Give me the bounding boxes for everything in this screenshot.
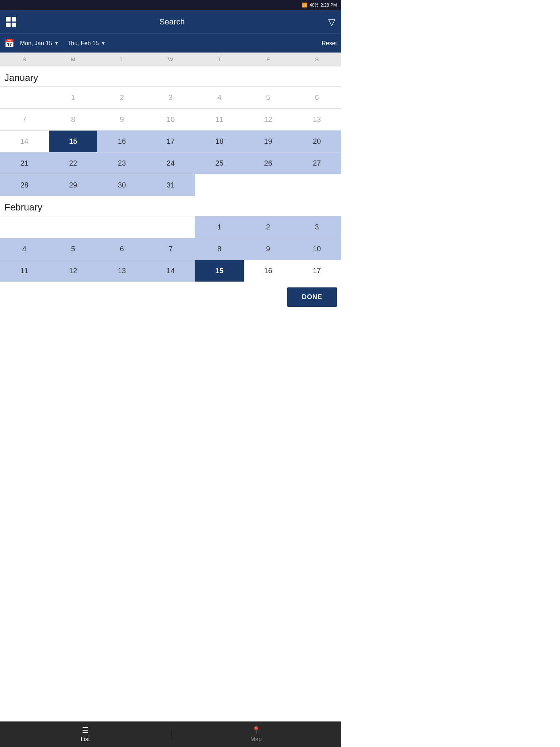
cal-cell[interactable]: 8: [49, 108, 98, 130]
wifi-icon: 📶: [302, 3, 307, 8]
done-row: DONE: [0, 282, 341, 313]
cal-cell[interactable]: [0, 86, 49, 108]
cal-cell[interactable]: 3: [292, 216, 341, 238]
cal-cell[interactable]: 1: [49, 86, 98, 108]
end-date-selector[interactable]: Thu, Feb 15 ▼: [67, 40, 105, 47]
cal-cell[interactable]: 25: [195, 152, 244, 174]
reset-button[interactable]: Reset: [322, 40, 337, 47]
cal-cell-selected-start[interactable]: 15: [49, 130, 98, 152]
end-date-label: Thu, Feb 15: [67, 40, 99, 47]
cal-cell[interactable]: 2: [97, 86, 146, 108]
day-header-mon: M: [49, 53, 98, 66]
cal-cell[interactable]: 17: [292, 260, 341, 282]
cal-cell: [49, 216, 98, 238]
february-grid: 1 2 3 4 5 6 7 8 9 10 11 12 13 14 15 16 1…: [0, 216, 341, 282]
cal-cell[interactable]: 5: [244, 86, 293, 108]
cal-cell[interactable]: 21: [0, 152, 49, 174]
start-date-label: Mon, Jan 15: [20, 40, 52, 47]
day-header-sat: S: [292, 53, 341, 66]
date-bar: 📅 Mon, Jan 15 ▼ Thu, Feb 15 ▼ Reset: [0, 34, 341, 53]
cal-cell[interactable]: 11: [0, 260, 49, 282]
cal-cell[interactable]: 6: [292, 86, 341, 108]
cal-cell[interactable]: 31: [146, 174, 195, 196]
cal-cell: [146, 216, 195, 238]
cal-cell: [244, 174, 293, 196]
cal-cell[interactable]: 12: [49, 260, 98, 282]
cal-cell[interactable]: 23: [97, 152, 146, 174]
cal-cell[interactable]: 19: [244, 130, 293, 152]
cal-cell[interactable]: 13: [292, 108, 341, 130]
cal-cell[interactable]: 6: [97, 238, 146, 260]
cal-cell[interactable]: 4: [0, 238, 49, 260]
cal-cell: [0, 216, 49, 238]
status-bar: 📶 40% 2:28 PM: [0, 0, 341, 10]
cal-cell[interactable]: 29: [49, 174, 98, 196]
day-header-fri: F: [244, 53, 293, 66]
cal-cell[interactable]: 26: [244, 152, 293, 174]
cal-cell[interactable]: 2: [244, 216, 293, 238]
done-button[interactable]: DONE: [287, 287, 337, 307]
battery-text: 40%: [310, 3, 318, 8]
cal-cell[interactable]: 16: [97, 130, 146, 152]
day-headers: S M T W T F S: [0, 53, 341, 66]
cal-cell[interactable]: 28: [0, 174, 49, 196]
start-date-selector[interactable]: Mon, Jan 15 ▼: [20, 40, 59, 47]
cal-cell[interactable]: 7: [0, 108, 49, 130]
cal-cell[interactable]: 30: [97, 174, 146, 196]
february-section: February 1 2 3 4 5 6 7 8 9 10 11 12 13 1…: [0, 196, 341, 282]
cal-cell[interactable]: 14: [146, 260, 195, 282]
cal-cell[interactable]: 17: [146, 130, 195, 152]
cal-cell: [97, 216, 146, 238]
day-header-thu: T: [195, 53, 244, 66]
cal-cell[interactable]: 9: [244, 238, 293, 260]
cal-cell[interactable]: 3: [146, 86, 195, 108]
cal-cell[interactable]: 16: [244, 260, 293, 282]
cal-cell[interactable]: 10: [146, 108, 195, 130]
cal-cell[interactable]: 8: [195, 238, 244, 260]
top-bar: Search ▽: [0, 10, 341, 34]
day-header-tue: T: [97, 53, 146, 66]
cal-cell[interactable]: 18: [195, 130, 244, 152]
day-header-wed: W: [146, 53, 195, 66]
status-icons: 📶 40% 2:28 PM: [302, 3, 337, 8]
calendar-icon: 📅: [4, 39, 14, 48]
time-text: 2:28 PM: [320, 3, 337, 8]
february-label: February: [0, 196, 341, 216]
cal-cell[interactable]: 1: [195, 216, 244, 238]
cal-cell[interactable]: 20: [292, 130, 341, 152]
cal-cell[interactable]: 27: [292, 152, 341, 174]
filter-icon[interactable]: ▽: [328, 16, 335, 28]
cal-cell[interactable]: 14: [0, 130, 49, 152]
cal-cell[interactable]: 12: [244, 108, 293, 130]
cal-cell[interactable]: 9: [97, 108, 146, 130]
cal-cell-selected-end[interactable]: 15: [195, 260, 244, 282]
cal-cell: [195, 174, 244, 196]
cal-cell[interactable]: 10: [292, 238, 341, 260]
end-date-arrow: ▼: [101, 41, 105, 46]
page-title: Search: [16, 17, 328, 27]
cal-cell[interactable]: 7: [146, 238, 195, 260]
grid-icon[interactable]: [6, 17, 16, 27]
cal-cell[interactable]: 4: [195, 86, 244, 108]
cal-cell[interactable]: 24: [146, 152, 195, 174]
day-header-sun: S: [0, 53, 49, 66]
start-date-arrow: ▼: [54, 41, 59, 46]
january-label: January: [0, 66, 341, 86]
cal-cell[interactable]: 5: [49, 238, 98, 260]
cal-cell[interactable]: 13: [97, 260, 146, 282]
january-grid: 1 2 3 4 5 6 7 8 9 10 11 12 13 14 15 16 1…: [0, 86, 341, 196]
january-section: January 1 2 3 4 5 6 7 8 9 10 11 12 13 14…: [0, 66, 341, 196]
cal-cell[interactable]: 11: [195, 108, 244, 130]
cal-cell: [292, 174, 341, 196]
cal-cell[interactable]: 22: [49, 152, 98, 174]
